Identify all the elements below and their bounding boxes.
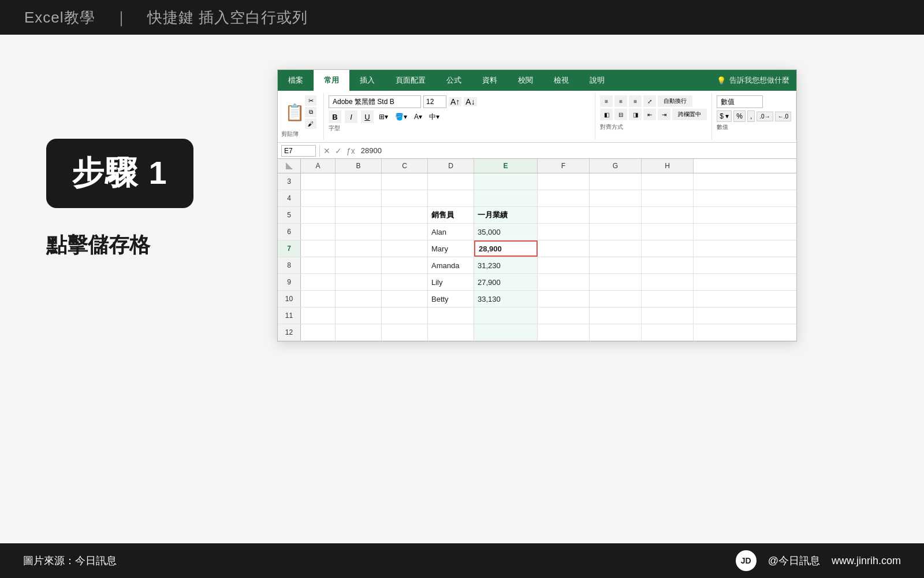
tab-review[interactable]: 校閱 — [508, 70, 543, 91]
row-num[interactable]: 10 — [278, 291, 301, 307]
wrap-text-button[interactable]: 自動換行 — [658, 95, 692, 107]
decimal-decrease-button[interactable]: ←.0 — [775, 112, 791, 121]
cell-a12[interactable] — [301, 324, 336, 340]
align-left-button[interactable]: ◧ — [600, 109, 613, 120]
indent-decrease-button[interactable]: ⇤ — [643, 109, 656, 120]
row-num[interactable]: 12 — [278, 324, 301, 340]
cell-a5[interactable] — [301, 207, 336, 223]
col-header-a[interactable]: A — [301, 159, 336, 173]
increase-font-button[interactable]: A↑ — [449, 97, 461, 106]
cell-h12[interactable] — [642, 324, 694, 340]
cell-g11[interactable] — [590, 307, 642, 324]
cell-e3[interactable] — [474, 173, 538, 190]
cell-d7[interactable]: Mary — [428, 240, 474, 257]
col-header-d[interactable]: D — [428, 159, 474, 173]
number-format-display[interactable]: 數值 — [717, 95, 763, 108]
decrease-font-button[interactable]: A↓ — [464, 97, 476, 106]
cell-b7[interactable] — [336, 240, 382, 257]
cell-f11[interactable] — [538, 307, 590, 324]
row-num[interactable]: 6 — [278, 224, 301, 240]
cell-a10[interactable] — [301, 291, 336, 307]
copy-button[interactable]: ⧉ — [305, 107, 316, 117]
fill-color-button[interactable]: 🪣▾ — [393, 113, 409, 121]
cell-h5[interactable] — [642, 207, 694, 223]
cell-f5[interactable] — [538, 207, 590, 223]
cell-g9[interactable] — [590, 274, 642, 290]
cell-f10[interactable] — [538, 291, 590, 307]
cell-c4[interactable] — [382, 190, 428, 206]
cell-reference-input[interactable] — [281, 145, 316, 157]
cell-e11[interactable] — [474, 307, 538, 324]
cell-g5[interactable] — [590, 207, 642, 223]
insert-function-icon[interactable]: ƒx — [346, 146, 355, 155]
cell-f7[interactable] — [538, 240, 590, 257]
align-top-left-button[interactable]: ≡ — [600, 95, 613, 107]
cell-e12[interactable] — [474, 324, 538, 340]
cell-c6[interactable] — [382, 224, 428, 240]
cell-a11[interactable] — [301, 307, 336, 324]
cell-c8[interactable] — [382, 257, 428, 273]
col-header-h[interactable]: H — [642, 159, 694, 173]
cell-a3[interactable] — [301, 173, 336, 190]
row-num[interactable]: 3 — [278, 173, 301, 190]
underline-button[interactable]: U — [361, 110, 374, 123]
cell-e6[interactable]: 35,000 — [474, 224, 538, 240]
cell-c9[interactable] — [382, 274, 428, 290]
cell-e10[interactable]: 33,130 — [474, 291, 538, 307]
cell-d10[interactable]: Betty — [428, 291, 474, 307]
cell-b10[interactable] — [336, 291, 382, 307]
cell-b12[interactable] — [336, 324, 382, 340]
cell-c3[interactable] — [382, 173, 428, 190]
tab-file[interactable]: 檔案 — [278, 70, 314, 91]
cell-f9[interactable] — [538, 274, 590, 290]
format-painter-button[interactable]: 🖌 — [305, 118, 316, 129]
tab-page-layout[interactable]: 頁面配置 — [385, 70, 436, 91]
row-num[interactable]: 5 — [278, 207, 301, 223]
align-top-right-button[interactable]: ≡ — [629, 95, 642, 107]
cell-e9[interactable]: 27,900 — [474, 274, 538, 290]
cell-h8[interactable] — [642, 257, 694, 273]
row-num[interactable]: 11 — [278, 307, 301, 324]
cell-c5[interactable] — [382, 207, 428, 223]
tab-insert[interactable]: 插入 — [349, 70, 385, 91]
cell-e4[interactable] — [474, 190, 538, 206]
cell-d8[interactable]: Amanda — [428, 257, 474, 273]
cell-g12[interactable] — [590, 324, 642, 340]
percent-button[interactable]: % — [733, 110, 746, 122]
comma-button[interactable]: , — [747, 110, 755, 122]
cell-a4[interactable] — [301, 190, 336, 206]
cell-d12[interactable] — [428, 324, 474, 340]
cell-h11[interactable] — [642, 307, 694, 324]
cell-c12[interactable] — [382, 324, 428, 340]
cell-a7[interactable] — [301, 240, 336, 257]
cell-d5[interactable]: 銷售員 — [428, 207, 474, 223]
cell-b4[interactable] — [336, 190, 382, 206]
tab-formulas[interactable]: 公式 — [436, 70, 472, 91]
cell-g7[interactable] — [590, 240, 642, 257]
cut-button[interactable]: ✂ — [305, 95, 316, 106]
cell-c10[interactable] — [382, 291, 428, 307]
cell-g10[interactable] — [590, 291, 642, 307]
cancel-formula-icon[interactable]: ✕ — [323, 146, 330, 155]
confirm-formula-icon[interactable]: ✓ — [335, 146, 342, 155]
cell-b9[interactable] — [336, 274, 382, 290]
font-size-display[interactable]: 12 — [423, 95, 446, 108]
cjk-button[interactable]: 中▾ — [427, 112, 441, 122]
cell-a9[interactable] — [301, 274, 336, 290]
font-color-button[interactable]: A▾ — [412, 113, 424, 121]
cell-e5[interactable]: 一月業績 — [474, 207, 538, 223]
cell-h3[interactable] — [642, 173, 694, 190]
text-orientation-button[interactable]: ⤢ — [643, 95, 656, 107]
cell-f4[interactable] — [538, 190, 590, 206]
cell-h9[interactable] — [642, 274, 694, 290]
font-name-display[interactable]: Adobe 繁黑體 Std B — [329, 95, 421, 108]
cell-d4[interactable] — [428, 190, 474, 206]
col-header-b[interactable]: B — [336, 159, 382, 173]
cell-g6[interactable] — [590, 224, 642, 240]
cell-b6[interactable] — [336, 224, 382, 240]
col-header-g[interactable]: G — [590, 159, 642, 173]
tab-help[interactable]: 說明 — [579, 70, 615, 91]
cell-g3[interactable] — [590, 173, 642, 190]
bold-button[interactable]: B — [329, 110, 341, 123]
paste-button[interactable]: 📋 — [285, 103, 305, 122]
